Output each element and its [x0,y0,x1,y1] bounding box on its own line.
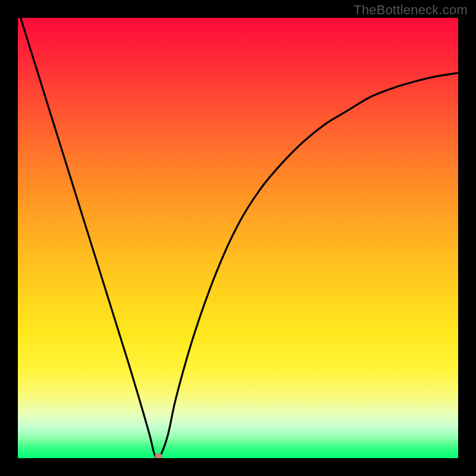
optimal-point-marker [155,453,162,458]
bottleneck-curve [18,18,458,458]
chart-frame: TheBottleneck.com [0,0,476,476]
plot-area [18,18,458,458]
watermark-text: TheBottleneck.com [353,2,468,18]
